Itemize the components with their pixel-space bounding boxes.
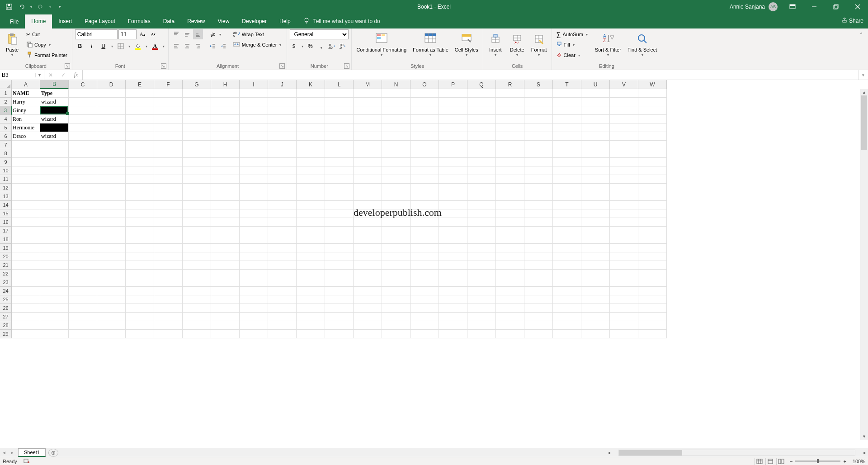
cell[interactable] [69,218,97,227]
col-header[interactable]: Q [467,80,496,89]
row-header[interactable]: 1 [0,89,12,98]
cell[interactable] [40,123,69,132]
col-header[interactable]: F [154,80,183,89]
cell[interactable] [154,115,183,123]
row-header[interactable]: 2 [0,98,12,106]
cell[interactable] [297,192,325,201]
dialog-launcher-icon[interactable]: ↘ [279,63,285,69]
normal-view-icon[interactable] [755,458,764,465]
col-header[interactable]: P [439,80,467,89]
cell[interactable] [211,218,240,227]
cell[interactable] [297,106,325,115]
cell[interactable] [268,321,297,330]
cell[interactable] [325,252,354,261]
cell[interactable] [581,235,610,244]
cell[interactable] [97,295,126,304]
cell[interactable] [40,192,69,201]
cell[interactable] [524,141,553,149]
cell[interactable] [97,184,126,192]
cell[interactable] [126,106,154,115]
cell[interactable] [325,201,354,209]
col-header[interactable]: W [638,80,667,89]
cell[interactable] [325,184,354,192]
cell[interactable] [40,106,69,115]
cell[interactable] [581,313,610,321]
cell[interactable] [553,270,581,278]
sheet-nav-prev-icon[interactable]: ◄ [0,450,8,455]
cell[interactable] [69,201,97,209]
cell[interactable] [467,295,496,304]
cell[interactable] [524,244,553,252]
cell[interactable] [268,295,297,304]
cell[interactable] [410,98,439,106]
cell[interactable] [410,252,439,261]
cell[interactable] [325,158,354,166]
cell[interactable] [439,270,467,278]
cell[interactable] [183,295,211,304]
dialog-launcher-icon[interactable]: ↘ [65,63,70,69]
cell[interactable] [524,115,553,123]
cell[interactable] [439,149,467,158]
cell[interactable] [297,218,325,227]
cell[interactable] [610,132,638,141]
cell[interactable] [410,304,439,313]
cell[interactable] [638,89,667,98]
format-painter-button[interactable]: Format Painter [24,50,69,60]
cell[interactable] [553,209,581,218]
cell[interactable] [382,89,410,98]
cell[interactable] [268,123,297,132]
cell[interactable] [97,209,126,218]
cell[interactable] [126,295,154,304]
cell[interactable] [638,321,667,330]
cell[interactable] [496,278,524,287]
cell[interactable] [354,278,382,287]
cell[interactable] [154,304,183,313]
dialog-launcher-icon[interactable]: ↘ [344,63,349,69]
cell[interactable] [211,270,240,278]
cell[interactable] [496,175,524,184]
align-right-icon[interactable] [193,41,203,51]
cell[interactable] [553,235,581,244]
cell[interactable] [12,287,40,295]
cell[interactable] [325,106,354,115]
cell[interactable] [40,209,69,218]
cell[interactable] [553,201,581,209]
cell[interactable] [354,252,382,261]
cell[interactable] [126,321,154,330]
align-top-icon[interactable] [171,29,181,39]
cell[interactable] [297,330,325,338]
cell[interactable] [325,244,354,252]
maximize-button[interactable] [826,0,846,14]
cell[interactable] [325,321,354,330]
cell[interactable] [496,295,524,304]
cell[interactable] [40,201,69,209]
cell[interactable] [610,175,638,184]
cell[interactable] [69,106,97,115]
font-size-combo[interactable] [118,29,137,39]
cell[interactable] [154,149,183,158]
cell[interactable] [410,106,439,115]
hscroll-track[interactable] [618,450,855,456]
cell[interactable] [325,227,354,235]
cell[interactable] [354,244,382,252]
cell[interactable] [97,287,126,295]
sheet-nav-next-icon[interactable]: ► [8,450,16,455]
cell[interactable] [382,98,410,106]
row-header[interactable]: 4 [0,115,12,123]
cell[interactable] [268,192,297,201]
scroll-down-icon[interactable]: ▼ [860,433,868,440]
cell[interactable] [40,218,69,227]
cell[interactable] [382,149,410,158]
cell[interactable] [496,252,524,261]
bold-icon[interactable]: B [75,41,85,51]
cell[interactable] [354,115,382,123]
cell[interactable] [467,201,496,209]
cell[interactable] [268,235,297,244]
cell[interactable] [439,218,467,227]
cell[interactable] [496,106,524,115]
cell[interactable] [183,132,211,141]
cell[interactable]: Type [40,89,69,98]
cell[interactable] [610,295,638,304]
italic-icon[interactable]: I [87,41,97,51]
cell[interactable] [12,321,40,330]
